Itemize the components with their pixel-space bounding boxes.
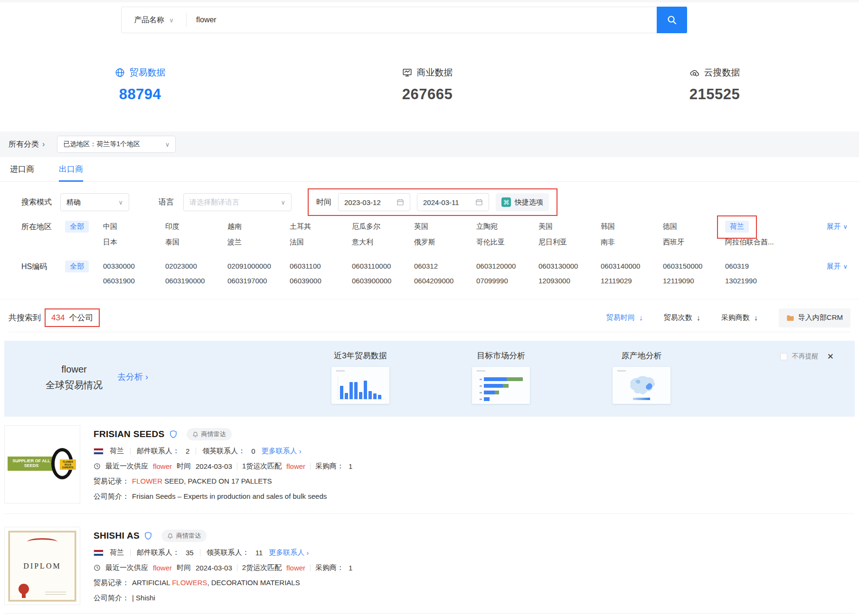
region-item[interactable]: 法国 — [290, 236, 352, 248]
hs-code-item[interactable]: 0603110000 — [352, 261, 414, 271]
sort-trade-count[interactable]: 贸易次数 — [664, 313, 700, 322]
region-item[interactable]: 阿拉伯联合酋... — [725, 236, 787, 248]
search-bar: 产品名称 — [121, 7, 687, 33]
dont-remind-label: 不再提醒 — [792, 352, 819, 361]
region-item[interactable]: 厄瓜多尔 — [352, 221, 414, 233]
date-from-input[interactable]: 2023-03-12 — [338, 193, 410, 211]
hs-code-item[interactable]: 0603130000 — [538, 261, 601, 271]
hs-code-item[interactable]: 13021990 — [725, 275, 787, 286]
company-profile-label: 公司简介： — [94, 594, 129, 603]
hs-all-pill[interactable]: 全部 — [65, 261, 89, 272]
dont-remind-checkbox[interactable] — [780, 353, 787, 360]
tab-importer[interactable]: 进口商 — [10, 157, 34, 181]
region-expand-link[interactable]: 展开 — [826, 221, 848, 231]
stat-cloud-search-data[interactable]: 云搜数据 215525 — [689, 66, 740, 103]
region-all-pill[interactable]: 全部 — [65, 221, 89, 233]
product-category-dropdown[interactable]: 产品名称 — [122, 15, 186, 25]
search-button[interactable] — [657, 7, 687, 33]
hs-code-item[interactable]: 0603140000 — [601, 261, 663, 271]
go-analyze-link[interactable]: 去分析 — [117, 371, 148, 383]
region-item[interactable]: 美国 — [538, 221, 601, 233]
hs-code-item[interactable]: 0603120000 — [476, 261, 538, 271]
region-item[interactable]: 泰国 — [165, 236, 227, 248]
region-item[interactable]: 南非 — [601, 236, 663, 248]
hbar-chart-preview[interactable] — [472, 367, 530, 404]
seed-logo-graphic: SUPPLIER OF ALL SEEDS FLOWER BULB EXPERT… — [8, 434, 77, 495]
import-crm-button[interactable]: 导入内部CRM — [779, 308, 850, 327]
business-radar-pill[interactable]: 商情雷达 — [161, 530, 207, 542]
hs-code-item[interactable]: 060319 — [725, 261, 787, 271]
region-item[interactable]: 德国 — [663, 221, 725, 233]
region-item[interactable]: 立陶宛 — [476, 221, 538, 233]
hs-code-item[interactable]: 060312 — [414, 261, 476, 271]
hs-code-item[interactable]: 0604209000 — [414, 275, 476, 286]
sort-trade-time[interactable]: 贸易时间 — [606, 313, 643, 322]
region-item[interactable]: 土耳其 — [290, 221, 352, 233]
company-name[interactable]: FRISIAN SEEDS — [94, 429, 165, 439]
shield-icon[interactable] — [144, 532, 152, 540]
company-logo[interactable]: SUPPLIER OF ALL SEEDS FLOWER BULB EXPERT… — [4, 425, 80, 504]
cloud-search-icon — [689, 67, 700, 78]
hs-code-item[interactable]: 12119090 — [663, 275, 725, 286]
hs-code-item[interactable]: 06039000 — [290, 275, 352, 286]
company-logo[interactable]: DIPLOM — [4, 527, 80, 605]
close-icon[interactable] — [827, 353, 834, 361]
region-item[interactable]: 中国 — [103, 221, 165, 233]
hs-code-item[interactable]: 06031100 — [290, 261, 352, 271]
region-item[interactable]: 俄罗斯 — [414, 236, 476, 248]
business-radar-pill[interactable]: 商情雷达 — [187, 428, 232, 440]
region-item[interactable]: 荷兰 — [725, 221, 787, 233]
region-item[interactable]: 西班牙 — [663, 236, 725, 248]
linkedin-contacts-label: 领英联系人： — [207, 548, 249, 557]
hs-code-item[interactable]: 12093000 — [538, 275, 601, 286]
hs-code-item[interactable]: 0603197000 — [227, 275, 290, 286]
region-item[interactable]: 韩国 — [601, 221, 663, 233]
region-item[interactable]: 波兰 — [227, 236, 290, 248]
map-preview[interactable] — [613, 367, 670, 404]
region-item[interactable]: 尼日利亚 — [538, 236, 601, 248]
sort-buyer-count[interactable]: 采购商数 — [721, 313, 758, 322]
mini-bar — [359, 392, 362, 399]
hs-code-item[interactable]: 06031900 — [103, 275, 165, 286]
more-contacts-link[interactable]: 更多联系人 — [269, 548, 309, 557]
hs-code-item[interactable]: 00330000 — [103, 261, 165, 271]
tab-exporter[interactable]: 出口商 — [59, 157, 83, 181]
mini-bar — [373, 393, 377, 399]
quick-options-button[interactable]: 快捷选项 — [496, 193, 549, 211]
hs-expand-link[interactable]: 展开 — [826, 261, 848, 271]
trade-analysis-banner: flower 全球贸易情况 去分析 近3年贸易数据 目标市场分析 原产地分析 — [4, 341, 855, 417]
more-contacts-link[interactable]: 更多联系人 — [262, 447, 302, 456]
bar-chart-preview[interactable] — [331, 367, 389, 404]
hs-code-item[interactable]: 0603150000 — [663, 261, 725, 271]
selected-region-dropdown[interactable]: 已选地区：荷兰等1个地区 — [57, 136, 176, 153]
email-contacts-label: 邮件联系人： — [137, 548, 179, 557]
command-icon — [501, 197, 511, 207]
region-item[interactable]: 哥伦比亚 — [476, 236, 538, 248]
chevron-right-icon — [42, 140, 45, 149]
hs-code-item[interactable]: 02091000000 — [227, 261, 290, 271]
region-item[interactable]: 越南 — [227, 221, 290, 233]
breadcrumb-all-categories[interactable]: 所有分类 — [9, 140, 45, 149]
mini-hbar-chart — [480, 377, 525, 401]
region-item[interactable]: 日本 — [103, 236, 165, 248]
region-item[interactable]: 印度 — [165, 221, 227, 233]
search-mode-select[interactable]: 精确 — [60, 193, 129, 211]
mini-bar — [368, 391, 372, 399]
shipment-match-keyword: flower — [286, 564, 305, 572]
hs-code-item[interactable]: 0603900000 — [352, 275, 414, 286]
stat-business-data[interactable]: 商业数据 267665 — [402, 66, 453, 103]
shield-icon[interactable] — [170, 430, 177, 439]
region-item[interactable]: 英国 — [414, 221, 476, 233]
company-profile-text: | Shishi — [132, 594, 155, 603]
hs-code-item[interactable]: 12119029 — [601, 275, 663, 286]
language-select[interactable]: 请选择翻译语言 — [183, 193, 292, 211]
hs-code-item[interactable]: 02023000 — [165, 261, 227, 271]
search-input[interactable] — [187, 16, 657, 24]
hs-code-item[interactable]: 0603190000 — [165, 275, 227, 286]
date-to-input[interactable]: 2024-03-11 — [417, 193, 489, 211]
region-item[interactable]: 意大利 — [352, 236, 414, 248]
hs-code-item[interactable]: 07099990 — [476, 275, 538, 286]
company-name[interactable]: SHISHI AS — [94, 531, 140, 541]
stat-trade-data[interactable]: 贸易数据 88794 — [115, 66, 166, 103]
supply-keyword: flower — [153, 564, 172, 572]
